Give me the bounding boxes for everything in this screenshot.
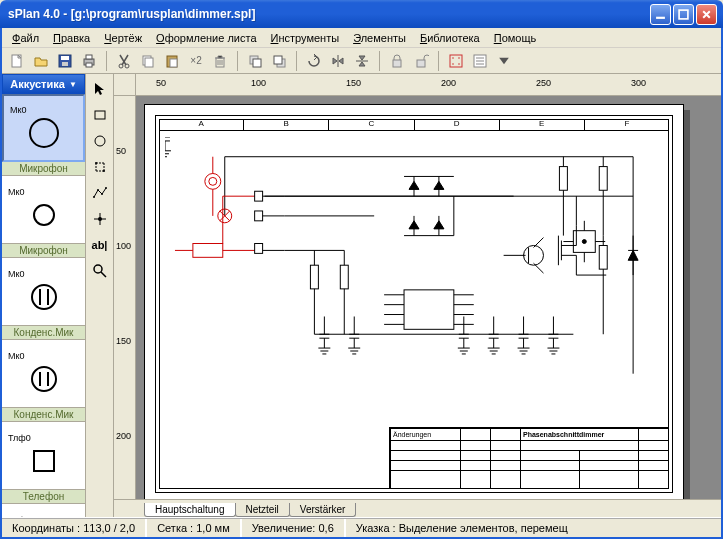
menu-library[interactable]: Библиотека [414,30,486,46]
svg-rect-50 [310,265,318,289]
close-button[interactable] [696,4,717,25]
status-zoom: Увеличение: 0,6 [242,519,346,537]
sidebar-category[interactable]: Аккустика▼ [2,74,85,94]
library-item[interactable]: Тлф0 [2,422,85,490]
send-back-button[interactable] [268,50,290,72]
page-tab[interactable]: Verstärker [289,503,357,517]
svg-rect-7 [86,55,92,59]
node-tool[interactable] [89,208,111,230]
svg-point-53 [524,245,544,265]
svg-rect-48 [255,211,263,221]
minimize-button[interactable] [650,4,671,25]
menu-sheet[interactable]: Оформление листа [150,30,262,46]
maximize-button[interactable] [673,4,694,25]
svg-rect-19 [274,56,282,64]
menu-draw[interactable]: Чертёж [98,30,148,46]
dup-button[interactable]: ×2 [185,50,207,72]
svg-point-23 [452,57,454,59]
options-button[interactable] [469,50,491,72]
status-grid: Сетка : 1,0 мм [147,519,242,537]
delete-button[interactable] [209,50,231,72]
svg-point-41 [105,187,107,189]
menu-edit[interactable]: Правка [47,30,96,46]
svg-point-36 [95,162,97,164]
svg-point-30 [32,285,56,309]
page-tab[interactable]: Netzteil [235,503,290,517]
dropdown-icon[interactable] [493,50,515,72]
svg-rect-17 [253,59,261,67]
library-item-caption: Микрофон [2,244,85,258]
svg-point-26 [458,63,460,65]
page-tab[interactable]: Hauptschaltung [144,503,236,517]
menu-help[interactable]: Помощь [488,30,543,46]
text-tool[interactable]: ab| [89,234,111,256]
svg-rect-56 [599,245,607,269]
bring-front-button[interactable] [244,50,266,72]
rect-tool[interactable] [89,104,111,126]
svg-rect-54 [559,167,567,191]
svg-rect-52 [404,290,454,329]
drawing-canvas[interactable]: ABCDEF [144,104,684,499]
pointer-tool[interactable] [89,78,111,100]
svg-point-9 [119,64,123,68]
title-block: Änderungen Phasenabschnittdimmer [389,427,669,489]
polyline-tool[interactable] [89,182,111,204]
status-coords: Координаты : 113,0 / 2,0 [2,519,147,537]
copy-button[interactable] [137,50,159,72]
menu-bar: Файл Правка Чертёж Оформление листа Инст… [2,28,721,48]
library-item[interactable]: Мк0 [2,258,85,326]
grid-button[interactable] [445,50,467,72]
library-item[interactable]: Мк0 [2,94,85,162]
canvas-area: 50100150200250300 50100150200 ABCDEF [114,74,721,517]
svg-point-37 [103,170,105,172]
svg-rect-14 [170,59,177,67]
library-item[interactable]: Тлф0 [2,504,85,517]
svg-point-29 [34,205,54,225]
ruler-horizontal: 50100150200250300 [136,74,721,96]
toolbar: ×2 [2,48,721,74]
svg-point-25 [452,63,454,65]
cut-button[interactable] [113,50,135,72]
svg-point-10 [125,64,129,68]
new-button[interactable] [6,50,28,72]
print-button[interactable] [78,50,100,72]
save-button[interactable] [54,50,76,72]
unlock-button[interactable] [410,50,432,72]
page-tabs: HauptschaltungNetzteilVerstärker [114,499,721,517]
library-item-caption: Микрофон [2,162,85,176]
title-bar: sPlan 4.0 - [g:\program\rusplan\dimmer.s… [0,0,723,28]
svg-rect-32 [34,451,54,471]
status-tool: Указка : Выделение элементов, перемещ [346,519,721,537]
status-bar: Координаты : 113,0 / 2,0 Сетка : 1,0 мм … [2,517,721,537]
paste-button[interactable] [161,50,183,72]
window-title: sPlan 4.0 - [g:\program\rusplan\dimmer.s… [8,7,648,21]
svg-rect-12 [145,58,153,67]
svg-point-40 [101,193,103,195]
svg-rect-0 [656,16,665,18]
library-item-caption: Конденс.Мик [2,408,85,422]
svg-point-35 [95,136,105,146]
menu-tools[interactable]: Инструменты [265,30,346,46]
svg-rect-4 [61,56,69,60]
svg-rect-20 [393,60,401,67]
open-button[interactable] [30,50,52,72]
svg-point-58 [582,240,586,244]
library-item[interactable]: Мк0 [2,176,85,244]
circle-tool[interactable] [89,130,111,152]
mirror-h-button[interactable] [327,50,349,72]
tool-palette: ab| [86,74,114,517]
rotate-button[interactable] [303,50,325,72]
svg-point-28 [30,119,58,147]
canvas-scroll[interactable]: ABCDEF [136,96,721,499]
library-sidebar: Аккустика▼ Мк0МикрофонМк0МикрофонМк0Конд… [2,74,86,517]
lock-button[interactable] [386,50,408,72]
mirror-v-button[interactable] [351,50,373,72]
menu-file[interactable]: Файл [6,30,45,46]
special-tool[interactable] [89,156,111,178]
library-item[interactable]: Мк0 [2,340,85,408]
zoom-tool[interactable] [89,260,111,282]
svg-point-31 [32,367,56,391]
menu-elements[interactable]: Элементы [347,30,412,46]
ruler-vertical: 50100150200 [114,96,136,499]
svg-rect-47 [255,191,263,201]
